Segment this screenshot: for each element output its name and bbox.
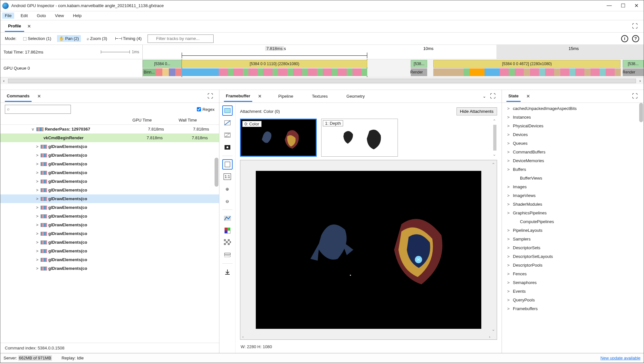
state-item[interactable]: >Events	[502, 287, 644, 296]
command-row[interactable]: >glDrawElements(co	[0, 255, 219, 264]
tab-textures[interactable]: Textures	[310, 91, 330, 101]
chevron-icon[interactable]: >	[506, 184, 510, 189]
command-row[interactable]: >glDrawElements(co	[0, 194, 219, 203]
fb-tool-zoom-out-icon[interactable]: ⊖	[222, 196, 233, 206]
chevron-icon[interactable]: >	[506, 228, 510, 233]
fb-tool-fit-icon[interactable]	[222, 159, 233, 170]
state-item[interactable]: >PipelineLayouts	[502, 226, 644, 235]
tab-pipeline[interactable]: Pipeline	[276, 91, 295, 101]
state-item[interactable]: >cachedUnpackedImageAspectBits	[502, 104, 644, 113]
command-row[interactable]: >glDrawElements(co	[0, 142, 219, 151]
chevron-icon[interactable]: >	[34, 214, 40, 219]
fb-tool-checker-icon[interactable]	[222, 238, 233, 248]
fullscreen-icon[interactable]: ⛶	[489, 92, 497, 101]
thumb-scrollbar[interactable]: ⌃ ⌄	[493, 119, 497, 157]
chevron-icon[interactable]: >	[506, 193, 510, 198]
fb-tool-flip-icon[interactable]	[222, 250, 233, 260]
close-tab-icon[interactable]: ✕	[27, 24, 31, 29]
menu-file[interactable]: File	[2, 13, 14, 19]
state-item[interactable]: >ImageViews	[502, 191, 644, 200]
chevron-icon[interactable]: >	[506, 106, 510, 111]
chevron-icon[interactable]: >	[506, 158, 510, 163]
state-item[interactable]: >QueryPools	[502, 296, 644, 304]
pan-button[interactable]: ✋Pan (2)	[57, 35, 81, 42]
fb-tool-download-icon[interactable]	[222, 267, 233, 277]
chevron-icon[interactable]: >	[506, 132, 510, 137]
close-icon[interactable]: ✕	[634, 3, 639, 9]
minimize-icon[interactable]: —	[607, 3, 612, 9]
command-row[interactable]: >glDrawElements(co	[0, 212, 219, 221]
state-item[interactable]: >Instances	[502, 113, 644, 122]
selection-button[interactable]: ⬚Selection (1)	[21, 35, 53, 42]
state-item[interactable]: >GraphicsPipelines	[502, 209, 644, 217]
chevron-icon[interactable]: >	[506, 263, 510, 268]
timeline-ruler[interactable]: 5ms 10ms 15ms 7.818ms	[143, 45, 644, 59]
command-row[interactable]: >glDrawElements(co	[0, 186, 219, 194]
chevron-icon[interactable]: >	[34, 170, 40, 175]
command-row[interactable]: >glDrawElements(co	[0, 151, 219, 160]
chevron-icon[interactable]: >	[34, 249, 40, 253]
command-row[interactable]: >glDrawElements(co	[0, 221, 219, 229]
fullscreen-icon[interactable]: ⛶	[206, 92, 215, 101]
info-icon[interactable]: i	[621, 35, 628, 42]
menu-help[interactable]: Help	[71, 13, 84, 19]
chevron-icon[interactable]: >	[506, 123, 510, 128]
timeline-bar[interactable]: [5384 0 0 1110] (2280x1080)	[182, 60, 367, 68]
update-link[interactable]: New update available	[601, 356, 640, 360]
maximize-icon[interactable]: ☐	[621, 3, 625, 9]
close-framebuffer-icon[interactable]: ✕	[258, 94, 262, 99]
chevron-icon[interactable]: >	[34, 153, 40, 158]
state-item[interactable]: >Queues	[502, 139, 644, 148]
close-commands-icon[interactable]: ✕	[37, 94, 41, 99]
command-row[interactable]: >glDrawElements(co	[0, 264, 219, 273]
state-item[interactable]: ComputePipelines	[502, 217, 644, 226]
chevron-icon[interactable]: >	[34, 179, 40, 184]
framebuffer-preview[interactable]: ⌃⌄ ‹›	[240, 160, 497, 340]
fb-tool-zoom-in-icon[interactable]: ⊕	[222, 184, 233, 194]
state-item[interactable]: >PhysicalDevices	[502, 122, 644, 130]
chevron-icon[interactable]: >	[34, 144, 40, 149]
commands-scrollbar[interactable]	[215, 158, 218, 187]
command-row[interactable]: >glDrawElements(co	[0, 203, 219, 212]
chevron-icon[interactable]: >	[506, 115, 510, 120]
command-row[interactable]: >glDrawElements(co	[0, 247, 219, 255]
menu-view[interactable]: View	[53, 13, 67, 19]
fullscreen-icon[interactable]: ⛶	[631, 92, 639, 101]
chevron-icon[interactable]: >	[34, 240, 40, 245]
chevron-icon[interactable]: >	[506, 237, 510, 241]
preview-h-scrollbar[interactable]: ‹›	[242, 334, 490, 339]
tab-profile[interactable]: Profile	[5, 21, 24, 32]
command-row[interactable]: >glDrawElements(co	[0, 160, 219, 168]
command-row[interactable]: >glDrawElements(co	[0, 229, 219, 238]
regex-checkbox[interactable]: Regex	[197, 105, 215, 114]
state-item[interactable]: >Semaphores	[502, 278, 644, 287]
state-item[interactable]: >Devices	[502, 130, 644, 139]
chevron-icon[interactable]: >	[506, 245, 510, 250]
chevron-icon[interactable]: >	[506, 298, 510, 302]
zoom-button[interactable]: ⌕Zoom (3)	[85, 35, 109, 42]
state-item[interactable]: >Samplers	[502, 235, 644, 243]
tab-state[interactable]: State	[506, 91, 521, 102]
chevron-icon[interactable]: >	[34, 222, 40, 227]
chevron-icon[interactable]: >	[506, 280, 510, 285]
state-item[interactable]: >Images	[502, 182, 644, 191]
chevron-icon[interactable]: >	[34, 231, 40, 236]
command-row[interactable]: vkCmdBeginRender7.818ms7.818ms	[0, 133, 219, 142]
fb-tool-rect-icon[interactable]	[222, 105, 233, 116]
menu-goto[interactable]: Goto	[34, 13, 48, 19]
fb-tool-dot-icon[interactable]	[222, 142, 233, 152]
fb-tool-z-icon[interactable]	[222, 130, 233, 140]
state-scrollbar[interactable]	[639, 103, 643, 122]
state-item[interactable]: >CommandBuffers	[502, 148, 644, 156]
hide-attachments-button[interactable]: Hide Attachments	[457, 107, 497, 115]
timeline-bar[interactable]: [538...	[623, 60, 644, 68]
menu-edit[interactable]: Edit	[18, 13, 30, 19]
state-item[interactable]: >DeviceMemories	[502, 156, 644, 165]
command-row[interactable]: vRenderPass: 129703677.818ms7.818ms	[0, 125, 219, 133]
timeline-scrollbar[interactable]: ‹›	[0, 77, 644, 84]
timeline-bar[interactable]: [5384 0 0 4672] (2280x1080)	[433, 60, 621, 68]
state-item[interactable]: >DescriptorSetLayouts	[502, 252, 644, 261]
fb-tool-channels-icon[interactable]	[222, 225, 233, 236]
chevron-icon[interactable]: >	[34, 188, 40, 192]
chevron-icon[interactable]: >	[34, 266, 40, 271]
